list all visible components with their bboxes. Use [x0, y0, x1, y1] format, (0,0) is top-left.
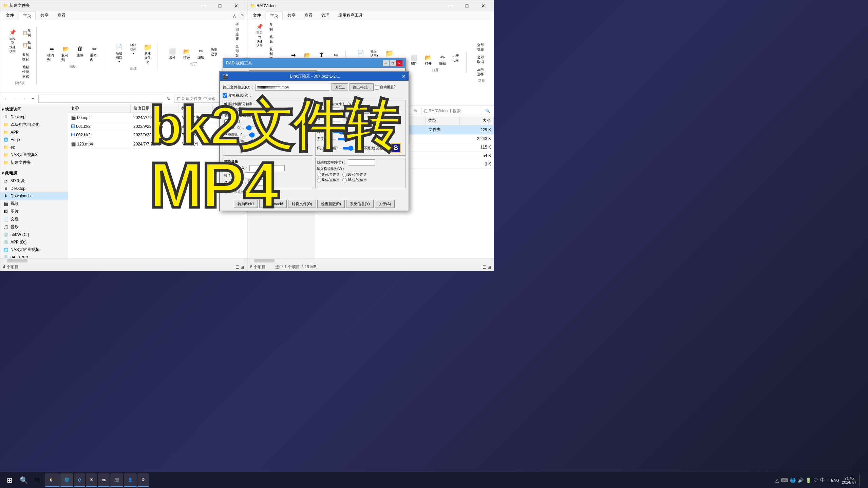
- bink-to-bink1-btn[interactable]: 转为Bink1: [234, 200, 258, 208]
- bink-about-btn[interactable]: 关于(A): [375, 200, 395, 208]
- bink-fps-give-input[interactable]: [245, 172, 262, 178]
- bink-width-input[interactable]: [352, 108, 369, 114]
- bink-convert-label[interactable]: 转换视频(V)：: [223, 93, 252, 98]
- sidebar-item-nas[interactable]: 📁 NAS大量视频3: [0, 151, 68, 159]
- col-header-type-right[interactable]: 类型: [426, 116, 459, 125]
- sidebar-item-desktop1[interactable]: 🖥 Desktop: [0, 113, 68, 121]
- tab-home-left[interactable]: 主页: [19, 11, 36, 20]
- delete-btn[interactable]: 🗑 删除: [73, 44, 87, 63]
- bink-output-input[interactable]: [256, 84, 330, 91]
- sidebar-item-c[interactable]: 💿 550W (C:): [0, 231, 68, 238]
- maximize-button-right[interactable]: □: [459, 1, 475, 10]
- new-folder-btn[interactable]: 📁 新建文件夹: [141, 42, 154, 65]
- bink-to-smack-btn[interactable]: 转为Smack!: [259, 200, 287, 208]
- copy-path-btn[interactable]: 复制路径: [20, 52, 34, 63]
- open-btn[interactable]: 📂 打开: [180, 46, 193, 61]
- scroll-thumb-x-right[interactable]: [254, 259, 275, 262]
- tab-manage-right[interactable]: 管理: [317, 11, 334, 20]
- close-button-left[interactable]: ✕: [228, 1, 244, 10]
- bink-radio-16-mono[interactable]: [342, 173, 347, 177]
- taskbar-app-2[interactable]: e: [74, 473, 85, 487]
- sidebar-item-downloads[interactable]: ⬇ Downloads: [0, 192, 68, 200]
- paste-btn[interactable]: 📋 粘贴: [20, 39, 34, 51]
- sidebar-item-d[interactable]: 💿 APP (D:): [0, 238, 68, 246]
- open-r-btn[interactable]: 📂打开: [421, 52, 435, 67]
- taskbar-app-3[interactable]: ✉: [86, 473, 97, 487]
- taskbar-taskview-icon[interactable]: ⧉: [31, 473, 43, 487]
- col-header-type-left[interactable]: 类型: [178, 104, 212, 113]
- tray-china-icon[interactable]: 中: [820, 477, 825, 483]
- tray-expand-icon[interactable]: △: [775, 477, 779, 483]
- tab-apptool-right[interactable]: 应用程序工具: [334, 11, 367, 20]
- tray-shield-icon[interactable]: 🛡: [813, 477, 818, 483]
- sidebar-item-3d[interactable]: 🗂 3D 对象: [0, 177, 68, 185]
- taskbar-app-0[interactable]: 🐧: [45, 473, 60, 487]
- bink-saturation-slider[interactable]: [342, 145, 359, 151]
- tab-home-right[interactable]: 主页: [266, 11, 283, 20]
- bink-black-slider[interactable]: [249, 139, 266, 145]
- sidebar-item-edge[interactable]: 🌐 Edge: [0, 136, 68, 143]
- bink-radio-8-stereo[interactable]: [317, 178, 321, 182]
- scrollbar-x-left[interactable]: [0, 258, 247, 263]
- taskbar-app-5[interactable]: 📷: [110, 473, 123, 487]
- bink-found-input[interactable]: [348, 159, 375, 165]
- bink-from-input[interactable]: [249, 165, 266, 171]
- sidebar-item-nas2[interactable]: 🌐 NAS大容量视频:: [0, 246, 68, 254]
- bink-format-btn[interactable]: 输出格式...: [350, 83, 374, 91]
- col-header-date-left[interactable]: 修改日期: [131, 104, 179, 113]
- bink-opt-16-mono[interactable]: 16-位/单声道: [342, 172, 367, 177]
- sidebar-item-music[interactable]: 🎵 音乐: [0, 223, 68, 231]
- bink-single-pass-check[interactable]: [224, 119, 229, 124]
- taskbar-search-icon[interactable]: 🔍: [18, 473, 30, 487]
- bink-bitrate-slider[interactable]: [245, 125, 262, 131]
- quick-access-header[interactable]: ▾ 快速访问: [0, 105, 68, 113]
- easy-access-btn[interactable]: 轻松访问▾: [127, 42, 140, 65]
- taskbar-app-1[interactable]: 🌐: [60, 473, 73, 487]
- minimize-button-left[interactable]: ─: [196, 1, 211, 10]
- invert-r-btn[interactable]: 反向选择: [475, 66, 488, 78]
- tab-file-left[interactable]: 文件: [2, 11, 18, 20]
- taskbar-time[interactable]: 21:45 2024/7/7: [842, 476, 856, 484]
- sidebar-item-new-folder[interactable]: 📁 新建文件夹: [0, 159, 68, 167]
- bink-auto-checkbox[interactable]: [375, 85, 379, 90]
- back-btn-left[interactable]: ←: [2, 95, 11, 103]
- sidebar-item-desktop2[interactable]: 🖥 Desktop: [0, 185, 68, 192]
- forward-btn-left[interactable]: →: [11, 95, 19, 103]
- tab-share-left[interactable]: 共享: [36, 11, 53, 20]
- view-large-icon[interactable]: ⊞: [241, 265, 244, 270]
- maximize-button-left[interactable]: □: [212, 1, 228, 10]
- start-button[interactable]: ⊞: [3, 473, 16, 487]
- tab-file-right[interactable]: 文件: [249, 11, 265, 20]
- copy-btn[interactable]: 📋 复制: [20, 27, 34, 39]
- bink-start-input[interactable]: [323, 108, 340, 114]
- recent-btn-left[interactable]: ⏷: [29, 95, 37, 103]
- expand-ribbon-left[interactable]: ∧: [230, 13, 239, 19]
- view-details-icon-r[interactable]: ☰: [483, 265, 486, 270]
- edit-r-btn[interactable]: ✏编辑: [436, 52, 449, 67]
- scrollbar-x-right[interactable]: [247, 258, 494, 263]
- bink-opt-8-mono[interactable]: 8-位/单声道: [317, 172, 340, 177]
- minimize-button-right[interactable]: ─: [443, 1, 458, 10]
- taskbar-app-6[interactable]: 👤: [124, 473, 137, 487]
- tab-share-right[interactable]: 共享: [283, 11, 300, 20]
- refresh-btn-right[interactable]: ↻: [412, 107, 420, 115]
- scroll-thumb-x-left[interactable]: [7, 259, 27, 262]
- rename-btn[interactable]: ✏ 重命名: [88, 44, 101, 63]
- bink-smooth-slider[interactable]: [248, 132, 265, 138]
- bink-close-btn[interactable]: ✕: [402, 74, 406, 79]
- sidebar-item-app[interactable]: 📁 APP: [0, 129, 68, 136]
- taskbar-app-7[interactable]: ⚙: [137, 473, 149, 487]
- show-desktop-btn[interactable]: [859, 474, 863, 486]
- copy-r-btn[interactable]: 复制: [267, 21, 275, 33]
- bink-fps-recv-input[interactable]: [248, 179, 265, 186]
- bink-browse-btn[interactable]: 浏览...: [332, 83, 348, 91]
- bink-brightness-slider[interactable]: [338, 136, 355, 142]
- this-pc-header[interactable]: ▾ 此电脑: [0, 169, 68, 177]
- select-all-r-btn[interactable]: 全部选择: [475, 42, 488, 53]
- tray-volume-icon[interactable]: 🔊: [798, 477, 804, 483]
- new-item-btn[interactable]: 📄 新建项目▾: [112, 42, 126, 65]
- properties-btn[interactable]: ⬜ 属性: [166, 46, 179, 61]
- bink-radio-8-mono[interactable]: [317, 173, 321, 177]
- paste-shortcut-btn[interactable]: 粘贴快捷方式: [20, 64, 34, 80]
- sidebar-item-pictures[interactable]: 🖼 图片: [0, 208, 68, 215]
